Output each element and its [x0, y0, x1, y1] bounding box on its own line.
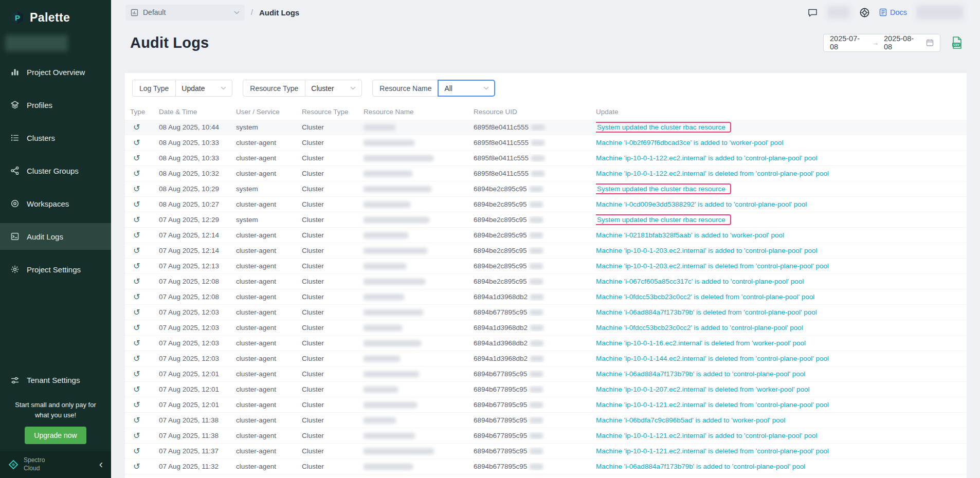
- filter-resource-type-select[interactable]: Cluster: [305, 80, 361, 96]
- sidebar-item-cluster-groups[interactable]: Cluster Groups: [0, 157, 111, 184]
- sidebar-item-project-overview[interactable]: Project Overview: [0, 59, 111, 85]
- docs-link[interactable]: Docs: [879, 8, 907, 16]
- history-icon[interactable]: ↺: [130, 169, 159, 178]
- update-link[interactable]: Machine 'ip-10-0-1-122.ec2.internal' is …: [596, 154, 818, 162]
- history-icon[interactable]: ↺: [130, 400, 159, 410]
- project-context-select[interactable]: Default: [125, 5, 245, 21]
- update-link[interactable]: Machine 'i-02181bfab328f5aab' is added t…: [596, 231, 784, 239]
- update-link[interactable]: Machine 'ip-10-0-1-121.ec2.internal' is …: [596, 432, 818, 439]
- history-icon[interactable]: ↺: [130, 199, 159, 209]
- update-link[interactable]: Machine 'ip-10-0-1-121.ec2.internal' is …: [596, 447, 829, 455]
- history-icon[interactable]: ↺: [130, 292, 159, 302]
- table-row[interactable]: ↺ 07 Aug 2025, 12:08 cluster-agent Clust…: [125, 289, 967, 305]
- history-icon[interactable]: ↺: [130, 431, 159, 440]
- svg-text:P: P: [15, 13, 20, 22]
- history-icon[interactable]: ↺: [130, 354, 159, 363]
- table-row[interactable]: ↺ 08 Aug 2025, 10:44 system Cluster 6895…: [125, 120, 967, 135]
- history-icon[interactable]: ↺: [130, 138, 159, 148]
- update-link[interactable]: Machine 'ip-10-0-1-122.ec2.internal' is …: [596, 170, 829, 177]
- table-row[interactable]: ↺ 07 Aug 2025, 12:14 cluster-agent Clust…: [125, 243, 967, 259]
- update-link[interactable]: Machine 'i-0fdcc53bcb23c0cc2' is added t…: [596, 324, 803, 332]
- cell-resource-type: Cluster: [302, 278, 364, 285]
- update-link[interactable]: Machine 'i-0fdcc53bcb23c0cc2' is deleted…: [596, 293, 814, 301]
- history-icon[interactable]: ↺: [130, 122, 159, 132]
- history-icon[interactable]: ↺: [130, 246, 159, 255]
- history-icon[interactable]: ↺: [130, 261, 159, 271]
- history-icon[interactable]: ↺: [130, 384, 159, 394]
- history-icon[interactable]: ↺: [130, 446, 159, 456]
- update-link[interactable]: Machine 'i-06ad884a7f173b79b' is added t…: [596, 463, 805, 470]
- sidebar-item-project-settings[interactable]: Project Settings: [0, 256, 111, 283]
- svg-text:CSV: CSV: [953, 43, 959, 46]
- table-row[interactable]: ↺ 07 Aug 2025, 11:37 cluster-agent Clust…: [125, 444, 967, 459]
- table-row[interactable]: ↺ 07 Aug 2025, 12:14 cluster-agent Clust…: [125, 228, 967, 243]
- table-row[interactable]: ↺ 08 Aug 2025, 10:27 cluster-agent Clust…: [125, 197, 967, 212]
- update-link[interactable]: Machine 'i-067cf605a85cc317c' is added t…: [596, 278, 804, 285]
- table-row[interactable]: ↺ 08 Aug 2025, 10:33 cluster-agent Clust…: [125, 135, 967, 151]
- table-row[interactable]: ↺ 07 Aug 2025, 12:03 cluster-agent Clust…: [125, 305, 967, 320]
- update-link[interactable]: Machine 'i-06ad884a7f173b79b' is added t…: [596, 370, 805, 378]
- update-link[interactable]: Machine 'ip-10-0-1-16.ec2.internal' is d…: [596, 339, 806, 347]
- history-icon[interactable]: ↺: [130, 230, 159, 240]
- table-row[interactable]: ↺ 07 Aug 2025, 12:01 cluster-agent Clust…: [125, 366, 967, 382]
- date-range-picker[interactable]: 2025-07-08 → 2025-08-08: [823, 34, 940, 52]
- history-icon[interactable]: ↺: [130, 369, 159, 379]
- table-row[interactable]: ↺ 07 Aug 2025, 12:03 cluster-agent Clust…: [125, 320, 967, 336]
- cell-resource-name-redacted: [364, 154, 474, 162]
- cell-resource-name-redacted: [364, 262, 474, 270]
- history-icon[interactable]: ↺: [130, 338, 159, 348]
- update-link[interactable]: System updated the cluster rbac resource: [596, 214, 731, 225]
- table-row[interactable]: ↺ 08 Aug 2025, 10:32 cluster-agent Clust…: [125, 166, 967, 181]
- history-icon[interactable]: ↺: [130, 415, 159, 425]
- project-scope-selector-redacted[interactable]: [5, 35, 68, 51]
- table-row[interactable]: ↺ 07 Aug 2025, 11:32 cluster-agent Clust…: [125, 459, 967, 474]
- update-link[interactable]: Machine 'i-0cd009e3dd5388292' is added t…: [596, 200, 807, 208]
- cell-datetime: 07 Aug 2025, 11:37: [159, 447, 236, 455]
- table-row[interactable]: ↺ 08 Aug 2025, 10:33 cluster-agent Clust…: [125, 151, 967, 166]
- update-link[interactable]: Machine 'ip-10-0-1-203.ec2.internal' is …: [596, 247, 818, 254]
- table-row[interactable]: ↺ 07 Aug 2025, 12:03 cluster-agent Clust…: [125, 336, 967, 351]
- history-icon[interactable]: ↺: [130, 184, 159, 194]
- table-row[interactable]: ↺ 07 Aug 2025, 12:01 cluster-agent Clust…: [125, 397, 967, 413]
- sidebar-item-audit-logs[interactable]: Audit Logs: [0, 223, 111, 250]
- table-row[interactable]: ↺ 08 Aug 2025, 10:29 system Cluster 6894…: [125, 181, 967, 197]
- table-row[interactable]: ↺ 07 Aug 2025, 11:38 cluster-agent Clust…: [125, 428, 967, 444]
- update-link[interactable]: Machine 'i-06ad884a7f173b79b' is deleted…: [596, 308, 817, 316]
- update-link[interactable]: Machine 'i-0b2f697f6dbcad3ce' is added t…: [596, 139, 784, 146]
- sidebar-item-profiles[interactable]: Profiles: [0, 91, 111, 118]
- update-link[interactable]: System updated the cluster rbac resource: [596, 183, 731, 194]
- table-row[interactable]: ↺ 07 Aug 2025, 12:29 system Cluster 6894…: [125, 212, 967, 228]
- palette-logo[interactable]: P Palette: [0, 0, 111, 29]
- uid-redacted-tail: [530, 201, 543, 208]
- upgrade-now-button[interactable]: Upgrade now: [25, 427, 86, 444]
- filter-resource-name-select[interactable]: All: [438, 80, 495, 96]
- update-link[interactable]: Machine 'ip-10-0-1-203.ec2.internal' is …: [596, 262, 829, 270]
- cell-resource-type: Cluster: [302, 262, 364, 270]
- table-row[interactable]: ↺ 07 Aug 2025, 11:38 cluster-agent Clust…: [125, 413, 967, 428]
- sidebar-item-workspaces[interactable]: Workspaces: [0, 190, 111, 217]
- table-row[interactable]: ↺ 07 Aug 2025, 12:03 cluster-agent Clust…: [125, 351, 967, 366]
- sidebar-item-clusters[interactable]: Clusters: [0, 124, 111, 151]
- update-link[interactable]: Machine 'ip-10-0-1-207.ec2.internal' is …: [596, 385, 810, 393]
- table-row[interactable]: ↺ 07 Aug 2025, 12:08 cluster-agent Clust…: [125, 274, 967, 289]
- history-icon[interactable]: ↺: [130, 215, 159, 225]
- table-row[interactable]: ↺ 07 Aug 2025, 12:13 cluster-agent Clust…: [125, 259, 967, 274]
- cell-datetime: 07 Aug 2025, 12:14: [159, 247, 236, 254]
- download-csv-icon[interactable]: CSV: [951, 36, 964, 49]
- sidebar-collapse-chevron[interactable]: ‹: [99, 459, 103, 470]
- update-link[interactable]: Machine 'ip-10-0-1-144.ec2.internal' is …: [596, 355, 829, 362]
- update-link[interactable]: Machine 'i-06bdfa7c9c896b5ad' is added t…: [596, 416, 785, 424]
- history-icon[interactable]: ↺: [130, 307, 159, 317]
- history-icon[interactable]: ↺: [130, 277, 159, 286]
- filter-resource-name-label: Resource Name: [373, 80, 438, 96]
- update-link[interactable]: System updated the cluster rbac resource: [596, 122, 731, 133]
- history-icon[interactable]: ↺: [130, 153, 159, 163]
- history-icon[interactable]: ↺: [130, 323, 159, 333]
- chat-icon[interactable]: [807, 7, 818, 18]
- filter-log-type-select[interactable]: Update: [175, 80, 232, 96]
- history-icon[interactable]: ↺: [130, 462, 159, 471]
- update-link[interactable]: Machine 'ip-10-0-1-121.ec2.internal' is …: [596, 401, 829, 409]
- table-row[interactable]: ↺ 07 Aug 2025, 12:01 cluster-agent Clust…: [125, 382, 967, 397]
- sidebar-item-tenant-settings[interactable]: Tenant Settings: [0, 367, 111, 394]
- help-lifering-icon[interactable]: [859, 7, 870, 18]
